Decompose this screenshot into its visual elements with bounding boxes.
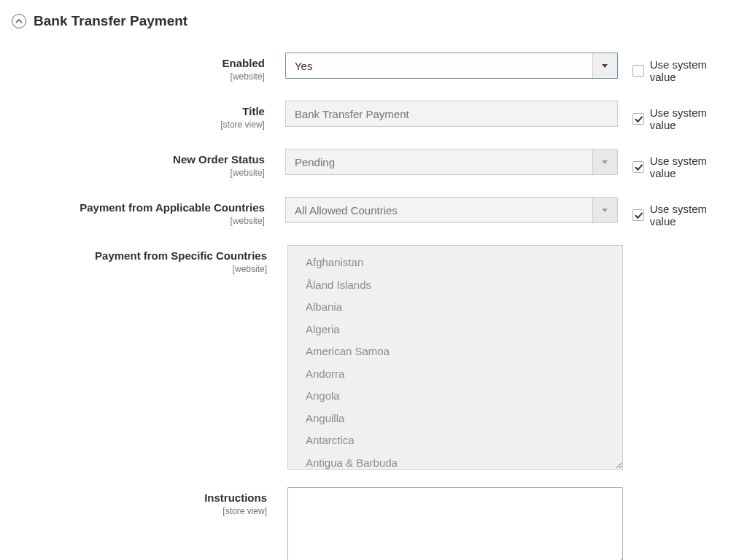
label-col: Payment from Applicable Countries [websi…	[12, 197, 285, 226]
list-item: Antarctica	[306, 429, 622, 452]
use-system-label: Use system value	[650, 203, 735, 228]
control-col	[287, 487, 623, 560]
field-label: Enabled	[12, 57, 265, 70]
control-col: All Allowed Countries	[285, 197, 618, 223]
use-system-label: Use system value	[650, 106, 735, 131]
use-system-checkbox-wrap[interactable]: Use system value	[632, 155, 735, 179]
list-item: American Samoa	[306, 341, 622, 363]
section-title: Bank Transfer Payment	[34, 13, 187, 29]
enabled-select[interactable]: Yes	[285, 52, 618, 79]
field-scope: [website]	[12, 216, 265, 226]
control-col: Pending	[285, 149, 618, 175]
specific-countries-multiselect: AfghanistanÅland IslandsAlbaniaAlgeriaAm…	[287, 245, 623, 470]
use-system-checkbox-wrap[interactable]: Use system value	[632, 106, 735, 131]
checkbox-icon[interactable]	[632, 161, 644, 173]
field-label: Title	[12, 105, 265, 118]
field-row-title: Title [store view] Use system value	[12, 101, 735, 131]
list-item: Åland Islands	[306, 274, 622, 297]
label-col: Instructions [store view]	[12, 487, 287, 516]
instructions-textarea[interactable]	[287, 487, 623, 560]
field-row-applicable-countries: Payment from Applicable Countries [websi…	[12, 197, 735, 228]
chevron-down-icon	[592, 53, 617, 78]
field-scope: [store view]	[12, 506, 267, 516]
checkbox-icon[interactable]	[632, 113, 644, 125]
select-value: Pending	[286, 149, 592, 174]
field-scope: [website]	[12, 71, 265, 82]
use-system-label: Use system value	[650, 155, 735, 179]
field-label: New Order Status	[12, 153, 265, 166]
field-scope: [website]	[12, 264, 267, 274]
control-col: Yes	[285, 52, 618, 79]
extras-col: Use system value	[618, 149, 735, 179]
field-scope: [website]	[12, 168, 265, 178]
new-order-status-select: Pending	[285, 149, 618, 175]
chevron-down-icon	[592, 149, 617, 174]
config-page: Bank Transfer Payment Enabled [website] …	[0, 0, 747, 560]
label-col: Payment from Specific Countries [website…	[12, 245, 287, 274]
use-system-label: Use system value	[650, 58, 735, 83]
extras-col: Use system value	[618, 197, 735, 228]
checkbox-icon[interactable]	[632, 209, 644, 221]
control-col	[285, 101, 618, 127]
field-row-instructions: Instructions [store view]	[12, 487, 735, 560]
list-item: Angola	[306, 385, 622, 408]
list-item: Albania	[306, 296, 622, 319]
extras-col	[623, 487, 638, 493]
list-item: Algeria	[306, 319, 622, 341]
use-system-checkbox-wrap[interactable]: Use system value	[632, 203, 735, 228]
field-label: Payment from Specific Countries	[12, 249, 267, 262]
label-col: New Order Status [website]	[12, 149, 285, 178]
applicable-countries-select: All Allowed Countries	[285, 197, 618, 223]
list-item: Antigua & Barbuda	[306, 452, 622, 470]
control-col: AfghanistanÅland IslandsAlbaniaAlgeriaAm…	[287, 245, 623, 470]
field-scope: [store view]	[12, 120, 265, 130]
extras-col	[623, 245, 638, 251]
label-col: Enabled [website]	[12, 52, 285, 82]
field-row-specific-countries: Payment from Specific Countries [website…	[12, 245, 735, 470]
list-item: Afghanistan	[306, 252, 622, 274]
chevron-down-icon	[592, 198, 617, 222]
title-input	[285, 101, 618, 127]
extras-col: Use system value	[618, 52, 735, 83]
use-system-checkbox-wrap[interactable]: Use system value	[632, 58, 735, 83]
field-row-enabled: Enabled [website] Yes Use system value	[12, 52, 735, 83]
label-col: Title [store view]	[12, 101, 285, 130]
chevron-up-icon[interactable]	[12, 14, 26, 28]
field-label: Instructions	[12, 491, 267, 505]
list-item: Anguilla	[306, 408, 622, 430]
field-row-new-order-status: New Order Status [website] Pending Use s…	[12, 149, 735, 179]
section-header[interactable]: Bank Transfer Payment	[12, 13, 735, 29]
select-value: All Allowed Countries	[286, 198, 592, 222]
select-value: Yes	[286, 53, 592, 78]
list-item: Andorra	[306, 363, 622, 386]
extras-col: Use system value	[618, 101, 735, 131]
field-label: Payment from Applicable Countries	[12, 201, 265, 214]
checkbox-icon[interactable]	[632, 65, 644, 77]
